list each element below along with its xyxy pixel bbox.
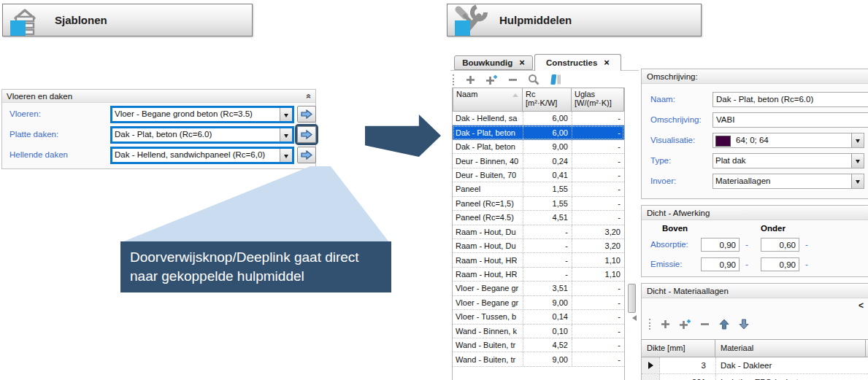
omschrijving-input[interactable]: VABI [713, 112, 868, 128]
rc-value-cell: 6,00 [523, 125, 572, 139]
dropdown-arrow-icon[interactable] [851, 133, 864, 147]
column-header-uglas[interactable]: Uglas [W/(m²·K)] [572, 88, 624, 112]
hellende-daken-label: Hellende daken [9, 150, 68, 159]
platte-daken-label: Platte daken: [9, 130, 58, 139]
construction-name-cell: Raam - Hout, HR [453, 268, 523, 281]
rc-value-cell: 9,00 [523, 296, 572, 309]
move-up-icon[interactable] [718, 319, 730, 330]
construction-name-cell: Vloer - Begane gr [453, 282, 523, 295]
remove-icon[interactable] [507, 74, 518, 85]
omschrijving-group: Omschrijving: Naam: Dak - Plat, beton (R… [641, 69, 868, 199]
column-header-dikte[interactable]: Dikte [mm] [642, 339, 715, 357]
table-row[interactable]: Raam - Hout, Du - 3,20 [453, 239, 624, 253]
row-selector-cell [642, 374, 660, 380]
column-header-naam[interactable]: Naam [453, 88, 523, 112]
naam-input[interactable]: Dak - Plat, beton (Rc=6.0) [713, 92, 868, 107]
table-row[interactable]: Vloer - Begane gr 3,51 - [453, 282, 624, 295]
table-row[interactable]: Raam - Hout, HR - 1,10 [453, 268, 624, 282]
platte-daken-combobox[interactable]: Dak - Plat, beton (Rc=6.0) [110, 126, 294, 144]
rc-value-cell: - [523, 253, 572, 266]
uglas-value-cell: 3,20 [572, 225, 624, 239]
uglas-value-cell: 3,20 [572, 239, 624, 252]
add-icon[interactable] [465, 74, 476, 85]
move-down-icon[interactable] [738, 319, 750, 330]
materiaallagen-table-header: Dikte [mm] Materiaal [642, 339, 868, 357]
material-layer-row[interactable]: 3 Dak - Dakleer [642, 357, 868, 374]
add-icon[interactable] [660, 319, 671, 330]
absorptie-boven-input[interactable]: 0,90 [701, 238, 740, 252]
naam-field-row: Naam: Dak - Plat, beton (Rc=6.0) [642, 92, 868, 107]
group-header: Dicht - Afwerking [642, 206, 868, 220]
column-header-materiaal[interactable]: Materiaal [715, 339, 866, 357]
construction-name-cell: Raam - Hout, HR [453, 253, 523, 266]
dropdown-arrow-icon[interactable] [280, 128, 292, 141]
big-right-arrow [365, 115, 441, 157]
table-row[interactable]: Raam - Hout, HR - 1,10 [453, 253, 624, 267]
sjablonen-header-button[interactable]: Sjablonen [2, 4, 253, 36]
table-row[interactable]: Vloer - Tussen, b 0,14 - [453, 310, 624, 324]
dropdown-arrow-icon[interactable] [851, 174, 864, 188]
material-layer-row[interactable]: 201 Isolatie - EPS (polyst. [642, 374, 868, 380]
construction-name-cell: Deur - Binnen, 40 [453, 154, 523, 167]
deeplink-button[interactable] [297, 106, 316, 123]
absorptie-onder-input[interactable]: 0,60 [761, 238, 799, 252]
dash: - [745, 240, 748, 249]
table-row[interactable]: Vloer - Begane gr 9,00 - [453, 296, 624, 310]
table-row[interactable]: Raam - Hout, Du - 3,20 [453, 225, 624, 239]
visualisatie-combobox[interactable]: 64; 0; 64 [713, 133, 864, 148]
table-row[interactable]: Dak - Plat, beton 6,00 - [453, 125, 624, 139]
splitter-thumb[interactable] [628, 284, 636, 313]
invoer-combobox[interactable]: Materiaallagen [713, 174, 864, 189]
remove-icon[interactable] [699, 319, 710, 330]
search-icon[interactable] [528, 74, 539, 85]
table-row[interactable]: Dak - Plat, beton 9,00 - [453, 140, 624, 154]
table-row[interactable]: Paneel (Rc=4.5) 4,51 - [453, 211, 624, 225]
type-field-row: Type: Plat dak [642, 153, 868, 168]
table-row[interactable]: Wand - Buiten, tr 9,00 - [453, 352, 624, 366]
dropdown-arrow-icon[interactable] [851, 154, 864, 168]
sjablonen-title: Sjablonen [55, 14, 107, 26]
construction-name-cell: Paneel (Rc=4.5) [453, 211, 523, 224]
sort-ascending-icon [512, 93, 518, 97]
report-icon[interactable] [549, 74, 561, 85]
deeplink-button-highlighted[interactable] [297, 126, 316, 143]
table-row[interactable]: Paneel (Rc=1,5) 1,55 - [453, 197, 624, 211]
construction-name-cell: Raam - Hout, Du [453, 239, 523, 252]
type-combobox[interactable]: Plat dak [713, 153, 864, 168]
collapse-panel-link[interactable]: < [859, 300, 864, 311]
toolbar-grip-handle[interactable] [649, 319, 650, 330]
emissie-onder-input[interactable]: 0,90 [761, 257, 799, 271]
toolbar-grip-handle[interactable] [453, 74, 454, 85]
hulpmiddelen-header-button[interactable]: Hulpmiddelen [447, 4, 702, 36]
rc-value-cell: 0,24 [523, 154, 572, 167]
table-row[interactable]: Paneel 1,55 - [453, 182, 624, 196]
add-copy-icon[interactable] [679, 319, 691, 330]
deeplink-button[interactable] [297, 147, 316, 163]
table-row[interactable]: Deur - Buiten, 70 0,41 - [453, 168, 624, 182]
add-copy-icon[interactable] [485, 74, 498, 85]
absorptie-label: Absorptie: [650, 240, 688, 249]
table-row[interactable]: Wand - Buiten, tr 4,52 - [453, 338, 624, 352]
table-row[interactable]: Wand - Binnen, k 0,10 - [453, 325, 624, 338]
vloeren-combobox[interactable]: Vloer - Begane grond beton (Rc=3.5) [110, 106, 294, 123]
dropdown-arrow-icon[interactable] [280, 108, 292, 121]
dropdown-arrow-icon[interactable] [280, 149, 292, 162]
close-tab-icon[interactable] [604, 59, 610, 66]
tab-bouwkundig[interactable]: Bouwkundig [454, 55, 533, 70]
house-layers-icon [8, 4, 45, 36]
emissie-boven-input[interactable]: 0,90 [701, 257, 740, 271]
tab-constructies[interactable]: Constructies [534, 54, 621, 71]
table-row[interactable]: Deur - Binnen, 40 0,24 - [453, 154, 624, 168]
splitter-collapse-arrow-icon[interactable] [629, 315, 637, 321]
construction-name-cell: Dak - Plat, beton [453, 125, 523, 139]
app-canvas: Sjablonen Hulpmiddelen Vloeren en daken … [0, 0, 868, 380]
close-tab-icon[interactable] [519, 59, 525, 66]
table-row[interactable]: Dak - Hellend, sa 6,00 - [453, 112, 624, 125]
materiaallagen-table-body: 3 Dak - Dakleer 201 Isolatie - EPS (poly… [642, 357, 868, 380]
construction-name-cell: Deur - Buiten, 70 [453, 168, 523, 182]
collapse-chevron-icon[interactable] [305, 93, 312, 98]
hellende-daken-combobox[interactable]: Dak - Hellend, sandwichpaneel (Rc=6,0) [110, 147, 294, 164]
vloeren-row: Vloeren: Vloer - Begane grond beton (Rc=… [2, 106, 315, 123]
column-header-rc[interactable]: Rc [m²·K/W] [523, 88, 572, 112]
rc-value-cell: 4,51 [523, 211, 572, 224]
